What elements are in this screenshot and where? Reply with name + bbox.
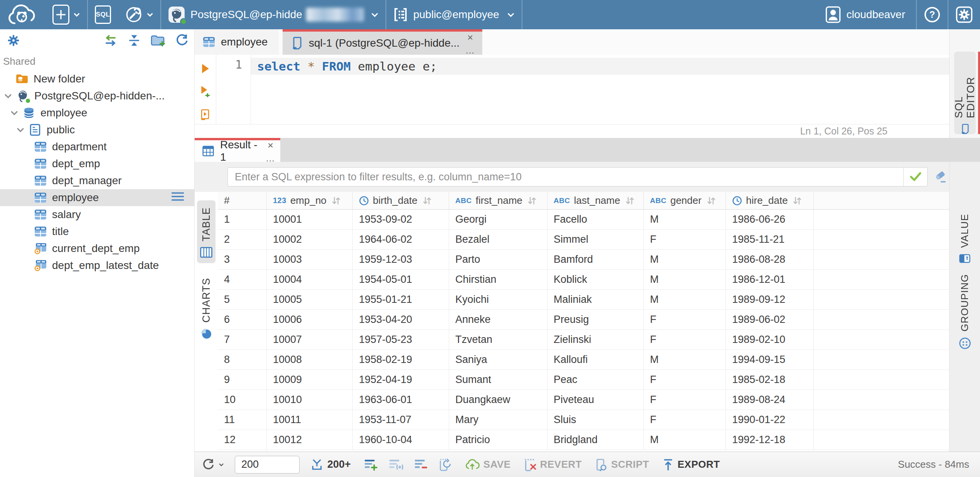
- tree-item-employee-table[interactable]: employee: [0, 189, 194, 206]
- code-area[interactable]: select * FROM employee e;: [251, 55, 949, 124]
- row-number-cell[interactable]: 9: [218, 370, 267, 390]
- script-button[interactable]: SCRIPT: [595, 458, 649, 471]
- cell-emp-no[interactable]: 10005: [267, 290, 353, 309]
- tree-item-department[interactable]: department: [0, 138, 194, 155]
- cell-last-name[interactable]: Kalloufi: [547, 350, 644, 370]
- tree-item-employee-database[interactable]: employee: [0, 104, 194, 121]
- cell-first-name[interactable]: Anneke: [449, 310, 547, 329]
- cell-hire-date[interactable]: 1992-12-18: [726, 430, 814, 450]
- tree-expander[interactable]: [15, 127, 25, 133]
- cell-hire-date[interactable]: 1986-08-28: [726, 250, 814, 269]
- cell-birth-date[interactable]: 1957-05-23: [353, 330, 449, 349]
- cell-gender[interactable]: F: [644, 330, 726, 349]
- sort-icon[interactable]: [625, 196, 635, 205]
- row-limit-input[interactable]: [235, 456, 300, 474]
- cell-last-name[interactable]: Peac: [547, 370, 644, 390]
- cell-hire-date[interactable]: 1986-06-26: [726, 210, 814, 229]
- clear-filter-button[interactable]: [934, 171, 948, 183]
- cell-first-name[interactable]: Kyoichi: [449, 290, 547, 309]
- cell-emp-no[interactable]: 10012: [267, 430, 353, 450]
- tab-sql-editor[interactable]: sql-1 (PostgreSQL@ep-hidde... × ...: [283, 29, 482, 55]
- execute-new-tab-button[interactable]: [200, 86, 210, 97]
- row-number-cell[interactable]: 4: [218, 270, 267, 289]
- cell-gender[interactable]: M: [644, 350, 726, 370]
- item-menu-button[interactable]: [171, 191, 184, 204]
- save-button[interactable]: SAVE: [465, 459, 511, 470]
- cell-first-name[interactable]: Georgi: [449, 210, 547, 229]
- cell-last-name[interactable]: Piveteau: [547, 390, 644, 410]
- cell-last-name[interactable]: Simmel: [547, 230, 644, 249]
- app-logo[interactable]: [0, 0, 45, 29]
- delete-row-button[interactable]: [414, 459, 428, 471]
- cell-gender[interactable]: M: [644, 290, 726, 309]
- row-number-cell[interactable]: 7: [218, 330, 267, 349]
- cell-last-name[interactable]: Zielinski: [547, 330, 644, 349]
- new-folder-button[interactable]: [150, 34, 165, 47]
- tree-item-dept-emp[interactable]: dept_emp: [0, 155, 194, 172]
- new-sql-editor-button[interactable]: SQL: [88, 0, 118, 29]
- cell-emp-no[interactable]: 10006: [267, 310, 353, 329]
- tab-menu-button[interactable]: ...: [266, 156, 275, 161]
- cell-birth-date[interactable]: 1958-02-19: [353, 350, 449, 370]
- driver-manager-button[interactable]: [118, 0, 160, 29]
- cell-hire-date[interactable]: 1989-08-24: [726, 390, 814, 410]
- cell-emp-no[interactable]: 10004: [267, 270, 353, 289]
- tab-result-1[interactable]: Result - 1 × ...: [195, 138, 280, 162]
- cell-gender[interactable]: F: [644, 370, 726, 390]
- tab-grouping-panel[interactable]: GROUPING: [959, 274, 971, 349]
- cell-gender[interactable]: M: [644, 210, 726, 229]
- row-number-cell[interactable]: 10: [218, 390, 267, 410]
- apply-filter-button[interactable]: [903, 168, 927, 186]
- cell-birth-date[interactable]: 1964-06-02: [353, 230, 449, 249]
- sort-icon[interactable]: [792, 196, 802, 205]
- sort-icon[interactable]: [331, 196, 341, 205]
- cell-hire-date[interactable]: 1986-12-01: [726, 270, 814, 289]
- column-header-gender[interactable]: ABC gender: [644, 192, 726, 209]
- cell-birth-date[interactable]: 1952-04-19: [353, 370, 449, 390]
- column-header-last-name[interactable]: ABC last_name: [547, 192, 644, 209]
- row-number-cell[interactable]: 6: [218, 310, 267, 329]
- filter-input[interactable]: [228, 168, 903, 186]
- help-button[interactable]: ?: [917, 0, 948, 29]
- tree-item-title[interactable]: title: [0, 223, 194, 240]
- cell-gender[interactable]: F: [644, 390, 726, 410]
- cell-emp-no[interactable]: 10010: [267, 390, 353, 410]
- cell-emp-no[interactable]: 10002: [267, 230, 353, 249]
- tree-item-new-folder[interactable]: New folder: [0, 71, 194, 87]
- column-header-birth-date[interactable]: birth_date: [353, 192, 449, 209]
- row-number-cell[interactable]: 5: [218, 290, 267, 309]
- cell-hire-date[interactable]: 1985-11-21: [726, 230, 814, 249]
- cell-last-name[interactable]: Preusig: [547, 310, 644, 329]
- row-number-cell[interactable]: 2: [218, 230, 267, 249]
- cell-gender[interactable]: M: [644, 250, 726, 269]
- cell-first-name[interactable]: Bezalel: [449, 230, 547, 249]
- add-row-button[interactable]: [364, 459, 378, 471]
- tab-employee[interactable]: employee: [195, 29, 279, 55]
- tree-expander[interactable]: [9, 110, 19, 116]
- user-menu[interactable]: cloudbeaver: [818, 0, 916, 29]
- close-tab-button[interactable]: ×: [467, 33, 473, 42]
- revert-button[interactable]: REVERT: [524, 458, 582, 471]
- cell-gender[interactable]: F: [644, 310, 726, 329]
- cell-gender[interactable]: F: [644, 410, 726, 430]
- cell-hire-date[interactable]: 1989-02-10: [726, 330, 814, 349]
- column-header-rownum[interactable]: #: [218, 192, 267, 209]
- cell-birth-date[interactable]: 1959-12-03: [353, 250, 449, 269]
- fetch-more-button[interactable]: 200+: [310, 459, 351, 471]
- cell-first-name[interactable]: Patricio: [449, 430, 547, 450]
- cell-last-name[interactable]: Koblick: [547, 270, 644, 289]
- cell-hire-date[interactable]: 1989-06-02: [726, 310, 814, 329]
- tab-charts-view[interactable]: CHARTS: [197, 271, 216, 345]
- cell-first-name[interactable]: Chirstian: [449, 270, 547, 289]
- tree-item-postgresql-connection[interactable]: PostgreSQL@ep-hidden-...: [0, 87, 194, 104]
- cell-birth-date[interactable]: 1953-04-20: [353, 310, 449, 329]
- cell-gender[interactable]: F: [644, 230, 726, 249]
- cell-first-name[interactable]: Sumant: [449, 370, 547, 390]
- cell-last-name[interactable]: Maliniak: [547, 290, 644, 309]
- sync-connection-button[interactable]: [103, 34, 118, 47]
- duplicate-row-button[interactable]: [389, 459, 403, 471]
- sort-icon[interactable]: [422, 196, 432, 205]
- row-number-cell[interactable]: 12: [218, 430, 267, 450]
- cell-emp-no[interactable]: 10001: [267, 210, 353, 229]
- row-number-cell[interactable]: 3: [218, 250, 267, 269]
